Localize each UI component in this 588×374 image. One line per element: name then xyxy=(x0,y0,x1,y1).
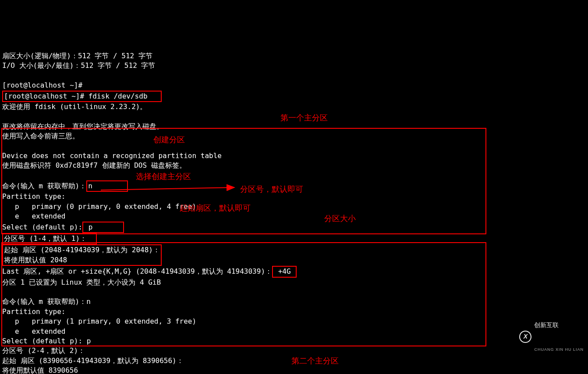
sector-size-line: 扇区大小(逻辑/物理)：512 字节 / 512 字节 xyxy=(2,52,152,60)
p2-start-sector: 起始 扇区 (8390656-41943039，默认为 8390656)： xyxy=(2,356,184,365)
annotation-partition-size: 分区大小 xyxy=(324,213,356,224)
p2-partnum: 分区号 (2-4，默认 2)： xyxy=(2,346,85,355)
partition2-outer-box xyxy=(1,242,486,346)
watermark: X 创新互联 CHUANG XIN HU LIAN xyxy=(519,304,584,370)
watermark-logo-icon: X xyxy=(519,331,531,343)
watermark-sub: CHUANG XIN HU LIAN xyxy=(534,347,584,353)
welcome-line: 欢迎使用 fdisk (util-linux 2.23.2)。 xyxy=(2,102,147,111)
annotation-first-partition: 第一个主分区 xyxy=(280,113,328,123)
annotation-second-partition: 第二个主分区 xyxy=(291,356,339,367)
p2-default-value: 将使用默认值 8390656 xyxy=(2,366,78,374)
annotation-partition-number: 分区号，默认即可 xyxy=(240,184,303,195)
annotation-select-primary: 选择创建主分区 xyxy=(136,171,191,182)
watermark-main: 创新互联 xyxy=(534,321,584,330)
fdisk-command-box: [root@localhost ~]# fdisk /dev/sdb xyxy=(2,91,162,102)
io-size-line: I/O 大小(最小/最佳)：512 字节 / 512 字节 xyxy=(2,61,155,70)
annotation-create-partition: 创建分区 xyxy=(153,134,185,145)
prompt-line-1: [root@localhost ~]# xyxy=(2,81,82,89)
annotation-start-sector: 起始扇区，默认即可 xyxy=(180,203,251,214)
partition1-outer-box xyxy=(1,128,486,234)
